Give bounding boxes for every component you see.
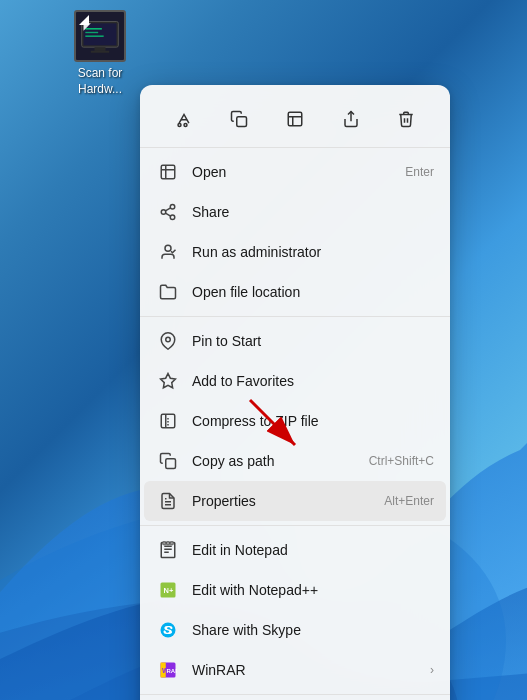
- svg-line-19: [165, 213, 170, 216]
- annotation-arrow: [240, 390, 340, 460]
- menu-item-run-admin[interactable]: Run as administrator: [140, 232, 450, 272]
- menu-label-edit-notepad: Edit in Notepad: [192, 542, 434, 558]
- svg-rect-34: [170, 542, 173, 545]
- menu-label-open-location: Open file location: [192, 284, 434, 300]
- share-toolbar-icon[interactable]: [333, 101, 369, 137]
- menu-label-share: Share: [192, 204, 434, 220]
- svg-rect-8: [91, 51, 109, 53]
- menu-item-winrar[interactable]: W RAR WinRAR ›: [140, 650, 450, 690]
- svg-rect-32: [163, 542, 166, 545]
- properties-icon: [156, 489, 180, 513]
- svg-text:RAR: RAR: [167, 668, 178, 674]
- svg-rect-33: [167, 542, 170, 545]
- delete-icon[interactable]: [388, 101, 424, 137]
- menu-item-share[interactable]: Share: [140, 192, 450, 232]
- menu-shortcut-properties: Alt+Enter: [384, 494, 434, 508]
- folder-icon: [156, 280, 180, 304]
- menu-item-share-skype[interactable]: Share with Skype: [140, 610, 450, 650]
- skype-icon: [156, 618, 180, 642]
- share-icon: [156, 200, 180, 224]
- copy-icon[interactable]: [221, 101, 257, 137]
- cut-icon[interactable]: [166, 101, 202, 137]
- desktop-icon-image: [74, 10, 126, 62]
- zip-icon: [156, 409, 180, 433]
- svg-text:N+: N+: [164, 586, 174, 595]
- menu-item-edit-notepad[interactable]: Edit in Notepad: [140, 530, 450, 570]
- svg-rect-12: [237, 117, 247, 127]
- admin-icon: [156, 240, 180, 264]
- menu-label-add-favorites: Add to Favorites: [192, 373, 434, 389]
- svg-marker-23: [161, 374, 176, 388]
- star-icon: [156, 369, 180, 393]
- menu-label-open: Open: [192, 164, 397, 180]
- desktop-icon-label: Scan for Hardw...: [78, 66, 123, 97]
- svg-point-10: [178, 124, 181, 127]
- svg-line-45: [250, 400, 295, 445]
- divider-1: [140, 316, 450, 317]
- winrar-submenu-arrow: ›: [430, 663, 434, 677]
- svg-rect-25: [166, 459, 176, 469]
- context-menu-toolbar: [140, 93, 450, 148]
- svg-rect-15: [161, 165, 175, 179]
- notepadpp-icon: N+: [156, 578, 180, 602]
- menu-item-open[interactable]: Open Enter: [140, 152, 450, 192]
- menu-label-properties: Properties: [192, 493, 376, 509]
- rename-icon[interactable]: [277, 101, 313, 137]
- winrar-icon: W RAR: [156, 658, 180, 682]
- menu-item-edit-notepadpp[interactable]: N+ Edit with Notepad++: [140, 570, 450, 610]
- menu-label-share-skype: Share with Skype: [192, 622, 434, 638]
- divider-2: [140, 525, 450, 526]
- svg-rect-7: [95, 47, 106, 51]
- open-icon: [156, 160, 180, 184]
- svg-point-18: [170, 215, 175, 220]
- menu-item-properties[interactable]: Properties Alt+Enter: [144, 481, 446, 521]
- menu-shortcut-open: Enter: [405, 165, 434, 179]
- menu-item-open-location[interactable]: Open file location: [140, 272, 450, 312]
- menu-item-pin-start[interactable]: Pin to Start: [140, 321, 450, 361]
- copy-path-icon: [156, 449, 180, 473]
- svg-point-16: [170, 205, 175, 210]
- pin-icon: [156, 329, 180, 353]
- menu-label-edit-notepadpp: Edit with Notepad++: [192, 582, 434, 598]
- svg-rect-13: [288, 112, 302, 126]
- svg-point-17: [161, 210, 166, 215]
- svg-rect-3: [84, 23, 117, 45]
- menu-label-run-admin: Run as administrator: [192, 244, 434, 260]
- menu-label-winrar: WinRAR: [192, 662, 422, 678]
- svg-line-20: [165, 208, 170, 211]
- svg-point-21: [165, 245, 171, 251]
- svg-point-11: [184, 124, 187, 127]
- menu-label-pin-start: Pin to Start: [192, 333, 434, 349]
- notepad-icon: [156, 538, 180, 562]
- svg-point-22: [166, 337, 171, 342]
- divider-3: [140, 694, 450, 695]
- desktop-icon[interactable]: Scan for Hardw...: [60, 10, 140, 97]
- menu-shortcut-copy-path: Ctrl+Shift+C: [369, 454, 434, 468]
